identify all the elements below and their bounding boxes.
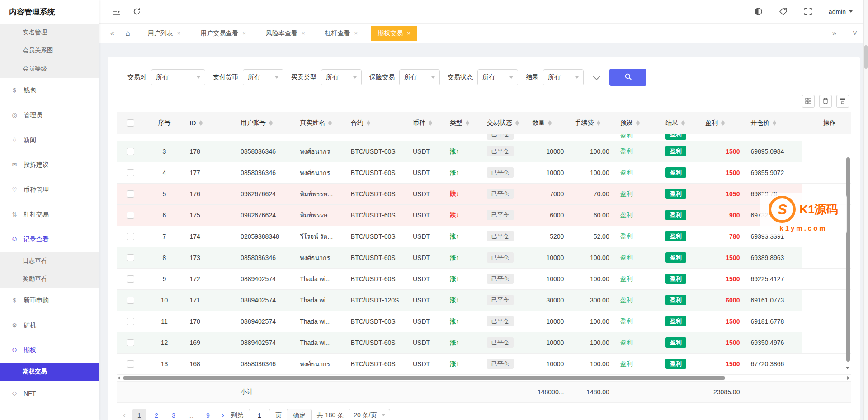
sidebar-item-13[interactable]: ⚙矿机	[0, 313, 99, 338]
sort-icon[interactable]	[515, 120, 519, 126]
table-row[interactable]: 41770858036346พงศ์ธนากรBTC/USDT-60SUSDT涨…	[117, 162, 851, 183]
fullscreen-icon[interactable]	[804, 7, 812, 16]
user-menu[interactable]: admin	[829, 8, 853, 15]
sidebar-item-7[interactable]: ♡币种管理	[0, 177, 99, 202]
print-button[interactable]	[836, 95, 849, 108]
tab-item-2[interactable]: 风险率查看×	[259, 26, 312, 41]
page-button-9[interactable]: 9	[201, 409, 215, 420]
table-row[interactable]: 111700889402574Thada wi...BTC/USDT-60SUS…	[117, 311, 851, 332]
close-icon[interactable]: ×	[407, 30, 410, 37]
sidebar-collapse-icon[interactable]	[112, 8, 120, 15]
tab-item-1[interactable]: 用户交易查看×	[193, 26, 253, 41]
close-icon[interactable]: ×	[302, 30, 305, 37]
row-checkbox[interactable]	[127, 169, 134, 176]
header-checkbox[interactable]	[127, 119, 134, 127]
export-button[interactable]	[819, 95, 832, 108]
sidebar-item-4[interactable]: ◎管理员	[0, 103, 99, 127]
sort-icon[interactable]	[328, 120, 332, 126]
scroll-down-arrow-icon[interactable]	[846, 367, 849, 369]
table-row[interactable]: 61750982676624พิมพ์พรรษ...BTC/USDT-60SUS…	[117, 204, 851, 226]
goto-confirm-button[interactable]: 确定	[287, 409, 312, 420]
sidebar-item-9[interactable]: ©记录查看	[0, 227, 99, 252]
sidebar-item-8[interactable]: ⇅杠杆交易	[0, 202, 99, 227]
sidebar-item-6[interactable]: ✉投拆建议	[0, 152, 99, 177]
sidebar-item-2[interactable]: 会员等级	[0, 60, 99, 78]
window-scrollbar-thumb[interactable]	[864, 45, 868, 69]
sort-icon[interactable]	[721, 120, 725, 126]
filter-select-4[interactable]: 所有	[477, 69, 518, 85]
sort-icon[interactable]	[597, 120, 600, 126]
sidebar-item-12[interactable]: $新币申购	[0, 288, 99, 313]
main-area: admin « ⌂ 用户列表×用户交易查看×风险率查看×杠杆查看×期权交易× »…	[99, 0, 868, 420]
tab-item-4[interactable]: 期权交易×	[371, 26, 417, 41]
filter-select-1[interactable]: 所有	[243, 69, 283, 85]
row-checkbox[interactable]	[127, 275, 134, 283]
sidebar-item-16[interactable]: ◇NFT	[0, 381, 99, 406]
table-row[interactable]: 81730858036346พงศ์ธนากรBTC/USDT-60SUSDT涨…	[117, 247, 851, 268]
tab-item-0[interactable]: 用户列表×	[141, 26, 188, 41]
row-checkbox[interactable]	[127, 212, 134, 219]
table-row[interactable]: 31780858036346พงศ์ธนากรBTC/USDT-60SUSDT涨…	[117, 141, 851, 162]
table-row[interactable]: 101710889402574Thada wi...BTC/USDT-120SU…	[117, 289, 851, 311]
sort-icon[interactable]	[199, 120, 203, 126]
prev-page-button[interactable]: ‹	[121, 411, 127, 420]
scroll-left-arrow-icon[interactable]	[118, 376, 120, 380]
filter-select-3[interactable]: 所有	[399, 69, 440, 85]
sidebar-item-14[interactable]: ©期权	[0, 338, 99, 363]
filter-select-0[interactable]: 所有	[151, 69, 205, 85]
horizontal-scrollbar-thumb[interactable]	[123, 376, 725, 380]
page-button-3[interactable]: 3	[167, 409, 180, 420]
tab-item-3[interactable]: 杠杆查看×	[318, 26, 365, 41]
filter-select-5[interactable]: 所有	[543, 69, 584, 85]
filters-collapse-icon[interactable]	[593, 73, 600, 80]
sort-icon[interactable]	[466, 120, 469, 126]
close-icon[interactable]: ×	[354, 30, 358, 37]
close-icon[interactable]: ×	[177, 30, 181, 37]
row-checkbox[interactable]	[127, 148, 134, 155]
sidebar-item-10[interactable]: 日志查看	[0, 252, 99, 270]
table-row[interactable]: 121690889402574Thada wi...BTC/USDT-60SUS…	[117, 332, 851, 353]
row-checkbox[interactable]	[127, 233, 134, 240]
refresh-icon[interactable]	[133, 8, 141, 15]
row-checkbox[interactable]	[127, 297, 134, 304]
row-checkbox[interactable]	[127, 339, 134, 346]
sidebar-item-5[interactable]: ♢新闻	[0, 127, 99, 152]
tabs-menu-icon[interactable]: ˅	[849, 29, 861, 38]
table-row[interactable]: 51760982676624พิมพ์พรรษ...BTC/USDT-60SUS…	[117, 183, 851, 204]
sort-icon[interactable]	[269, 120, 273, 126]
close-icon[interactable]: ×	[242, 30, 246, 37]
theme-icon[interactable]	[754, 7, 763, 16]
scroll-right-arrow-icon[interactable]	[847, 376, 850, 380]
row-checkbox[interactable]	[127, 254, 134, 261]
sort-icon[interactable]	[548, 120, 552, 126]
tabs-scroll-right-icon[interactable]: »	[829, 29, 840, 38]
column-setting-button[interactable]	[802, 95, 815, 108]
row-checkbox[interactable]	[127, 190, 134, 198]
sort-icon[interactable]	[636, 120, 640, 126]
home-tab-icon[interactable]: ⌂	[121, 29, 134, 38]
page-size-select[interactable]: 20 条/页	[349, 409, 390, 420]
filter-select-2[interactable]: 所有	[321, 69, 362, 85]
search-button[interactable]	[609, 69, 646, 86]
table-row[interactable]: 717402059388348วีโรจน์ รัต...BTC/USDT-60…	[117, 226, 851, 247]
sidebar-item-15[interactable]: 期权交易	[0, 363, 99, 381]
tag-icon[interactable]	[779, 7, 788, 16]
row-checkbox[interactable]	[127, 318, 134, 325]
sort-icon[interactable]	[681, 120, 685, 126]
vertical-scrollbar-thumb[interactable]	[846, 157, 850, 362]
sort-icon[interactable]	[429, 120, 432, 126]
tabs-scroll-left-icon[interactable]: «	[107, 29, 118, 38]
sort-icon[interactable]	[367, 120, 370, 126]
table-row[interactable]: 91720889402574Thada wi...BTC/USDT-60SUSD…	[117, 268, 851, 289]
table-row[interactable]: 131680858036346พงศ์ธนากรBTC/USDT-60SUSDT…	[117, 353, 851, 374]
next-page-button[interactable]: ›	[220, 411, 226, 420]
sidebar-item-11[interactable]: 奖励查看	[0, 270, 99, 288]
page-button-2[interactable]: 2	[150, 409, 163, 420]
sort-icon[interactable]	[773, 120, 776, 126]
page-button-1[interactable]: 1	[132, 409, 146, 420]
sidebar-item-1[interactable]: 会员关系图	[0, 42, 99, 60]
sidebar-item-3[interactable]: $钱包	[0, 78, 99, 103]
row-checkbox[interactable]	[127, 360, 134, 368]
sidebar-item-0[interactable]: 实名管理	[0, 24, 99, 42]
goto-page-input[interactable]	[249, 409, 270, 420]
